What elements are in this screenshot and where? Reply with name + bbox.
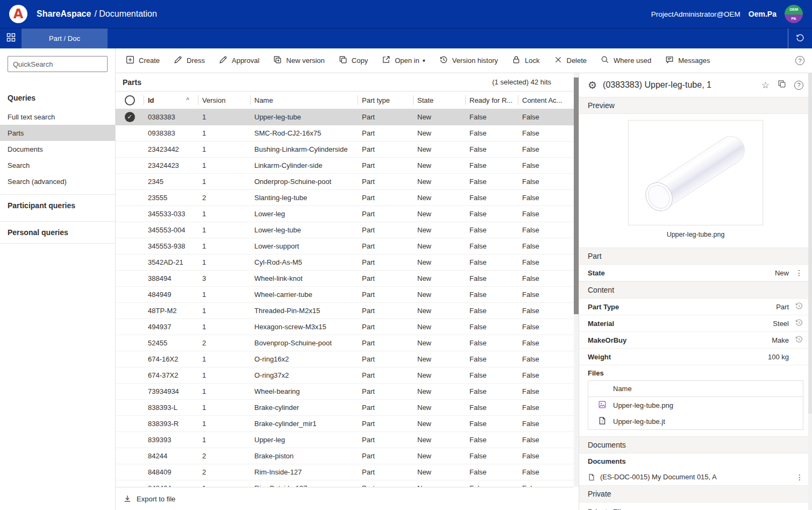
document-row[interactable]: (ES-DOC-0015) My Document 015, A ⋮: [579, 469, 812, 485]
toolbar-button[interactable]: Open in ▾: [375, 52, 432, 69]
tab-part-doc[interactable]: Part / Doc: [22, 29, 108, 48]
table-scrollbar-thumb[interactable]: [574, 77, 579, 314]
cell-version: 1: [198, 432, 250, 448]
table-row[interactable]: ✓ 23424423 1 Linkarm-Cylinder-side Part …: [116, 158, 574, 174]
sidebar-query-item[interactable]: Parts: [0, 125, 115, 141]
cell-part-type: Part: [358, 222, 413, 238]
cell-ready: False: [465, 367, 518, 383]
cell-id: 345553-004: [144, 222, 198, 238]
cell-version: 2: [198, 464, 250, 480]
avatar-bottom-label: PA: [785, 15, 803, 23]
toolbar-button[interactable]: Dress: [167, 52, 212, 69]
table-row[interactable]: ✓ 838393-L 1 Brake-cylinder Part New Fal…: [116, 400, 574, 416]
property-value: Part: [776, 303, 789, 311]
table-row[interactable]: ✓ 494937 1 Hexagon-screw-M3x15 Part New …: [116, 319, 574, 335]
file-row[interactable]: ? Upper-leg-tube.jt: [588, 413, 803, 429]
toolbar-button[interactable]: Lock: [505, 52, 546, 69]
table-body: ✓ 0383383 1 Upper-leg-tube Part New Fals…: [116, 109, 574, 487]
table-row[interactable]: ✓ 388494 3 Wheel-link-knot Part New Fals…: [116, 271, 574, 287]
gear-icon[interactable]: ⚙: [588, 80, 597, 90]
toolbar-button[interactable]: Create: [119, 52, 167, 69]
export-to-file-button[interactable]: Export to file: [137, 495, 175, 503]
column-header-version[interactable]: Version: [198, 91, 250, 109]
app-launcher-button[interactable]: [0, 29, 22, 48]
table-row[interactable]: ✓ 3542AD-21 1 Cyl-Rod-As-M5 Part New Fal…: [116, 254, 574, 271]
cell-part-type: Part: [358, 287, 413, 302]
state-menu-button[interactable]: ⋮: [795, 269, 803, 277]
column-header-id[interactable]: Id ^: [144, 91, 198, 109]
table-row[interactable]: ✓ 0383383 1 Upper-leg-tube Part New Fals…: [116, 109, 574, 125]
cell-version: 1: [198, 254, 250, 270]
cell-name: Rim-Inside-127: [250, 464, 358, 480]
copy-icon: [339, 55, 347, 66]
panel-scrollbar-thumb[interactable]: [808, 73, 812, 414]
row-selected-checkbox[interactable]: ✓: [125, 112, 135, 122]
cell-ready: False: [465, 206, 518, 222]
table-row[interactable]: ✓ 848409 2 Rim-Inside-127 Part New False…: [116, 464, 574, 480]
panel-help-button[interactable]: ?: [794, 81, 803, 90]
chevron-down-icon: ▾: [423, 58, 425, 63]
toolbar-button[interactable]: New version: [266, 52, 332, 69]
user-short-name[interactable]: Oem.Pa: [749, 10, 777, 18]
table-row[interactable]: ✓ 345533-033 1 Lower-leg Part New False …: [116, 206, 574, 222]
history-icon[interactable]: [795, 302, 803, 312]
refresh-button[interactable]: [788, 33, 812, 44]
file-row[interactable]: Upper-leg-tube.png: [588, 397, 803, 413]
document-menu-button[interactable]: ⋮: [796, 473, 803, 481]
property-row: Weight 100 kg: [579, 349, 812, 365]
table-scrollbar[interactable]: [574, 73, 579, 487]
column-header-content-ac[interactable]: Content Ac...: [518, 91, 573, 109]
toolbar-button[interactable]: Delete: [547, 52, 594, 69]
cell-content-ac: False: [518, 335, 573, 351]
column-header-state[interactable]: State: [413, 91, 465, 109]
table-row[interactable]: ✓ 48TP-M2 1 Threaded-Pin-M2x15 Part New …: [116, 303, 574, 319]
sidebar-query-item[interactable]: Documents: [0, 141, 115, 157]
favorite-star-icon[interactable]: ☆: [761, 81, 770, 90]
table-row[interactable]: ✓ 674-16X2 1 O-ring16x2 Part New False F…: [116, 351, 574, 367]
property-list: Part Type Part Material Steel MakeOrBuy: [579, 299, 812, 365]
column-header-part-type[interactable]: Part type: [358, 91, 413, 109]
sidebar-query-item[interactable]: Full text search: [0, 109, 115, 125]
sidebar-query-item[interactable]: Search: [0, 157, 115, 173]
table-row[interactable]: ✓ 23555 2 Slanting-leg-tube Part New Fal…: [116, 190, 574, 206]
toolbar-button[interactable]: Version history: [432, 52, 505, 69]
sidebar-query-item[interactable]: Search (advanced): [0, 173, 115, 189]
cell-state: New: [413, 400, 465, 415]
help-button[interactable]: ?: [795, 56, 804, 65]
cell-ready: False: [465, 480, 518, 487]
copy-icon[interactable]: [778, 80, 786, 90]
breadcrumb[interactable]: / Documentation: [94, 9, 157, 19]
table-row[interactable]: ✓ 0938383 1 SMC-Rod-CJ2-16x75 Part New F…: [116, 125, 574, 141]
table-row[interactable]: ✓ 23423442 1 Bushing-Linkarm-Cylindersid…: [116, 141, 574, 158]
cell-ready: False: [465, 109, 518, 125]
column-header-name[interactable]: Name: [250, 91, 358, 109]
table-row[interactable]: ✓ 838393-R 1 Brake-cylinder_mir1 Part Ne…: [116, 416, 574, 432]
column-header-ready[interactable]: Ready for R...: [465, 91, 518, 109]
table-row[interactable]: ✓ 73934934 1 Wheel-bearing Part New Fals…: [116, 384, 574, 400]
history-icon[interactable]: [795, 318, 803, 329]
toolbar-button[interactable]: Copy: [332, 52, 375, 69]
toolbar-button[interactable]: Approval: [212, 52, 266, 69]
cell-part-type: Part: [358, 125, 413, 141]
cell-state: New: [413, 141, 465, 157]
table-row[interactable]: ✓ 839393 1 Upper-leg Part New False Fals…: [116, 432, 574, 448]
table-row[interactable]: ✓ 674-37X2 1 O-ring37x2 Part New False F…: [116, 367, 574, 384]
table-row[interactable]: ✓ 848464 1 Rim-Outside-127 Part New Fals…: [116, 480, 574, 487]
toolbar-button[interactable]: Messages: [658, 52, 717, 69]
quick-search-input[interactable]: [8, 56, 108, 72]
table-row[interactable]: ✓ 345553-004 1 Lower-leg-tube Part New F…: [116, 222, 574, 238]
table-row[interactable]: ✓ 2345 1 Onderprop-Schuine-poot Part New…: [116, 174, 574, 190]
table-row[interactable]: ✓ 484949 1 Wheel-carrier-tube Part New F…: [116, 287, 574, 303]
brand-name[interactable]: ShareAspace: [37, 9, 91, 19]
history-icon[interactable]: [795, 335, 803, 345]
avatar[interactable]: OEM PA: [785, 5, 803, 23]
select-all-checkbox[interactable]: [125, 95, 135, 105]
table-row[interactable]: ✓ 84244 2 Brake-piston Part New False Fa…: [116, 448, 574, 464]
table-row[interactable]: ✓ 345553-938 1 Lower-support Part New Fa…: [116, 238, 574, 254]
table-row[interactable]: ✓ 52455 2 Bovenprop-Schuine-poot Part Ne…: [116, 335, 574, 351]
cell-name: Threaded-Pin-M2x15: [250, 303, 358, 318]
toolbar-button[interactable]: Where used: [594, 52, 658, 69]
cell-id: 52455: [144, 335, 198, 351]
preview-image: [628, 120, 763, 225]
cell-content-ac: False: [518, 287, 573, 302]
